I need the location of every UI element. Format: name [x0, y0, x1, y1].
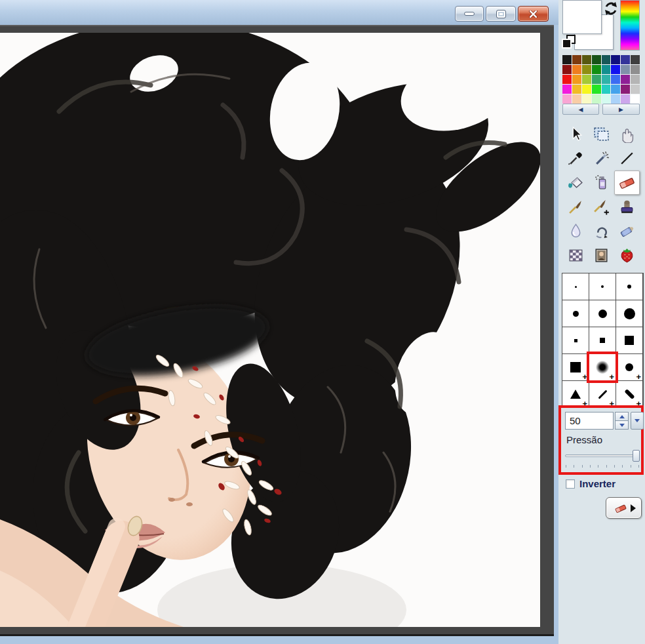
palette-swatch[interactable]	[611, 85, 620, 94]
size-adjust-plus-icon: +	[582, 372, 587, 381]
palette-swatch[interactable]	[562, 75, 572, 84]
palette-swatch[interactable]	[572, 55, 581, 64]
palette-swatch[interactable]	[621, 55, 630, 64]
brush-cell-triangle[interactable]: +	[562, 381, 589, 407]
pan-tool-button[interactable]	[614, 122, 640, 146]
brush-cell-square[interactable]	[562, 327, 589, 353]
brush-cell-dot[interactable]: +	[616, 354, 642, 380]
brush-cell-dot[interactable]	[562, 300, 589, 327]
restore-button[interactable]	[486, 6, 516, 22]
palette-swatch[interactable]	[582, 75, 591, 84]
brush-cell-soft-selected[interactable]: +	[589, 354, 616, 380]
smudge-tool-button[interactable]	[589, 219, 614, 243]
foreground-color-swatch[interactable]	[562, 0, 602, 34]
palette-swatch[interactable]	[592, 55, 601, 64]
palette-swatch[interactable]	[621, 85, 630, 94]
editor-window	[0, 0, 558, 644]
slider-track[interactable]	[565, 454, 640, 457]
brush-cell-dot[interactable]	[589, 273, 616, 300]
line-tool-button[interactable]	[614, 146, 640, 171]
palette-swatch[interactable]	[592, 75, 601, 84]
palette-swatch[interactable]	[631, 94, 640, 104]
brush-size-input[interactable]	[565, 412, 614, 430]
palette-swatch[interactable]	[611, 94, 620, 104]
fill-tool-button[interactable]	[563, 171, 589, 195]
palette-swatch[interactable]	[621, 75, 630, 84]
brush-cell-square[interactable]	[589, 327, 616, 353]
size-dropdown-button[interactable]	[631, 412, 644, 430]
palette-swatch[interactable]	[562, 94, 572, 104]
spray-tool-button[interactable]	[589, 171, 614, 195]
brush-cell-dot[interactable]	[562, 273, 589, 300]
palette-swatch[interactable]	[602, 65, 611, 74]
brush-tool-button[interactable]	[563, 195, 589, 219]
palette-swatch[interactable]	[582, 94, 591, 104]
brush-cell-square[interactable]	[616, 327, 642, 353]
canvas[interactable]	[0, 33, 540, 627]
palette-swatch[interactable]	[582, 65, 591, 74]
triangle-brush-shape-icon	[570, 390, 581, 399]
palette-swatch[interactable]	[562, 65, 572, 74]
palette-swatch[interactable]	[602, 75, 611, 84]
palette-next-button[interactable]: ▶	[602, 104, 640, 115]
palette-swatch[interactable]	[631, 55, 640, 64]
palette-swatch[interactable]	[582, 55, 591, 64]
brush-cell-dot[interactable]	[616, 273, 642, 300]
spin-up-button[interactable]	[615, 412, 629, 421]
brush-cell-slash[interactable]: +	[589, 381, 616, 407]
eraser-tool-button[interactable]	[614, 171, 640, 195]
brush-cell-square[interactable]: +	[562, 354, 589, 380]
palette-swatch[interactable]	[602, 94, 611, 104]
swap-colors-icon[interactable]	[603, 1, 619, 16]
default-colors-icon[interactable]	[561, 34, 577, 50]
brush-cell-dot[interactable]	[589, 300, 616, 327]
eyedropper-tool-button[interactable]	[563, 146, 589, 171]
tick-mark	[606, 465, 607, 468]
brush-cell-backslash[interactable]: +	[616, 381, 642, 407]
palette-swatch[interactable]	[611, 75, 620, 84]
slider-thumb[interactable]	[633, 450, 640, 462]
palette-swatch[interactable]	[631, 65, 640, 74]
minimize-button[interactable]	[455, 6, 484, 22]
brush-cell-dot[interactable]	[616, 300, 642, 327]
stamp-tool-button[interactable]	[614, 195, 640, 219]
selection-tool-button[interactable]	[589, 122, 614, 146]
palette-swatch[interactable]	[602, 55, 611, 64]
palette-swatch[interactable]	[592, 85, 601, 94]
magic-wand-tool-button[interactable]	[589, 146, 614, 171]
tick-mark	[598, 465, 598, 468]
invert-checkbox[interactable]	[566, 479, 575, 489]
palette-swatch[interactable]	[572, 85, 581, 94]
palette-swatch[interactable]	[602, 85, 611, 94]
water-drop-tool-button[interactable]	[563, 219, 589, 243]
cursor-tool-button[interactable]	[563, 122, 589, 146]
palette-swatch[interactable]	[572, 94, 581, 104]
spin-down-button[interactable]	[615, 421, 629, 430]
palette-swatch[interactable]	[592, 94, 601, 104]
palette-swatch[interactable]	[631, 75, 640, 84]
palette-swatch[interactable]	[621, 94, 630, 104]
rainbow-color-bar[interactable]	[620, 0, 640, 50]
eraser-mode-button[interactable]	[606, 497, 642, 519]
crayon-tool-button[interactable]	[614, 219, 640, 243]
clone-image-tool-button[interactable]	[589, 243, 614, 268]
pressure-slider[interactable]	[565, 450, 640, 462]
palette-prev-button[interactable]: ◀	[562, 104, 599, 115]
palette-swatch[interactable]	[582, 85, 591, 94]
titlebar[interactable]	[0, 0, 558, 25]
palette-swatch[interactable]	[611, 55, 620, 64]
close-button[interactable]	[518, 6, 549, 22]
strawberry-tool-button[interactable]	[614, 243, 640, 268]
palette-swatch[interactable]	[592, 65, 601, 74]
palette-swatch[interactable]	[611, 65, 620, 74]
palette-swatch[interactable]	[621, 65, 630, 74]
photo	[0, 33, 540, 627]
brush-plus-tool-button[interactable]	[589, 195, 614, 219]
pattern-tool-button[interactable]	[563, 243, 589, 268]
palette-swatch[interactable]	[572, 65, 581, 74]
palette-swatch[interactable]	[562, 55, 572, 64]
palette-swatch[interactable]	[572, 75, 581, 84]
palette-swatch[interactable]	[631, 85, 640, 94]
down-arrow-icon	[619, 424, 625, 427]
palette-swatch[interactable]	[562, 85, 572, 94]
